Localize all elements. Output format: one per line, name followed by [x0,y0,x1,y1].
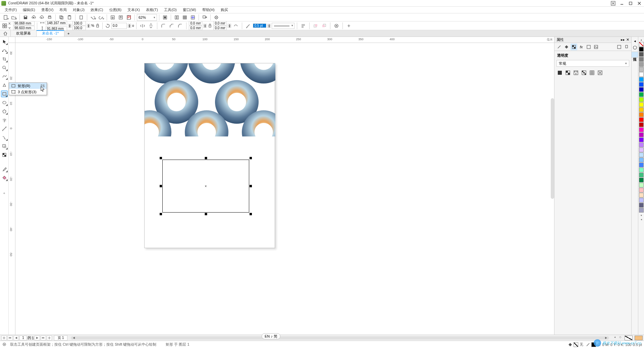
guides-button[interactable] [189,14,197,21]
handle-top-left[interactable] [160,157,162,159]
handle-top-mid[interactable] [205,157,207,159]
outline-width-input[interactable] [253,23,266,28]
add-preset-button[interactable] [345,22,353,30]
corner-scallop-button[interactable] [168,22,175,30]
palette-swatch[interactable] [639,67,644,72]
menu-tools[interactable]: 工具(O) [161,7,179,13]
corel-account-icon[interactable] [610,1,616,6]
corner-round-button[interactable] [160,22,167,30]
corner-tr-input[interactable] [213,21,227,25]
connector-tool[interactable] [1,134,8,141]
handle-bot-mid[interactable] [205,213,207,215]
trans-fountain[interactable] [565,69,571,76]
pick-tool[interactable] [1,38,8,45]
paste-button[interactable] [66,14,73,21]
welcome-tab[interactable]: 欢迎屏幕 [11,30,37,37]
palette-swatch[interactable] [639,62,644,67]
menu-bitmap[interactable]: 位图(B) [107,7,124,13]
palette-swatch[interactable] [639,122,644,127]
status-fill-indicator[interactable]: 无 [568,342,583,347]
first-page-button[interactable]: ⏮ [7,336,13,340]
palette-swatch[interactable] [639,77,644,82]
prev-page-button[interactable]: ◀ [13,336,19,340]
maximize-button[interactable] [627,1,634,6]
palette-swatch[interactable] [639,132,644,137]
handle-mid-right[interactable] [250,185,252,187]
menu-text[interactable]: 文本(X) [125,7,143,13]
smart-drawing-tool[interactable] [1,82,8,89]
palette-swatch[interactable] [639,188,644,192]
export-button[interactable] [117,14,124,21]
convert-curves-button[interactable] [333,22,340,30]
zoom-combo[interactable]: 62% [137,14,157,21]
menu-file[interactable]: 文件(F) [2,7,19,13]
handle-top-right[interactable] [250,157,252,159]
minimize-button[interactable] [619,1,625,6]
close-button[interactable] [636,1,643,6]
palette-swatch[interactable] [639,193,644,197]
menu-table[interactable]: 表格(T) [143,7,161,13]
corner-right-spinner[interactable]: ▲▼ [228,24,231,28]
to-back-button[interactable] [320,22,328,30]
crop-tool[interactable] [1,56,8,62]
menu-view[interactable]: 查看(V) [39,7,56,13]
handle-bot-right[interactable] [250,213,252,215]
menu-edit[interactable]: 编辑(E) [20,7,38,13]
docker-tab-outline[interactable] [556,44,562,50]
ime-indicator[interactable]: EN ♪ 简 [262,333,280,339]
palette-swatch[interactable] [639,158,644,162]
text-tool[interactable]: 字 [1,117,8,123]
handle-bot-left[interactable] [160,213,162,215]
relative-corner-button[interactable] [232,22,239,30]
polygon-tool[interactable] [1,108,8,115]
mirror-h-button[interactable] [139,22,146,30]
cloud-down-button[interactable] [38,14,45,21]
publish-pdf-button[interactable]: PDF [125,14,132,21]
palette-swatch[interactable] [639,198,644,202]
mirror-v-button[interactable] [147,22,155,30]
drop-shadow-tool[interactable] [1,143,8,150]
menu-object[interactable]: 对象(J) [70,7,87,13]
add-page-after-button[interactable] [47,336,52,340]
toolbox-customize-button[interactable]: + [2,190,7,196]
palette-swatch[interactable] [639,47,644,52]
outline-spinner[interactable]: ▲▼ [267,24,271,28]
docker-tab-bitmap[interactable] [593,44,599,50]
palette-swatch[interactable] [639,92,644,97]
docker-tab-summary[interactable] [585,44,592,50]
vertical-scrollbar[interactable] [551,98,554,199]
home-tab[interactable] [0,30,11,37]
trans-uniform[interactable] [556,69,563,76]
palette-swatch[interactable] [639,208,644,213]
add-page-button[interactable] [1,336,7,340]
y-input[interactable] [13,26,35,30]
docker-pin[interactable] [623,44,630,50]
palette-swatch[interactable] [639,148,644,152]
redo-button[interactable] [97,14,105,21]
rotation-input[interactable] [111,23,127,29]
palette-swatch[interactable] [639,72,644,77]
parallel-dim-tool[interactable] [1,125,8,132]
palette-flyout-button[interactable]: ◂ [639,217,644,221]
new-button[interactable] [2,14,9,21]
side-tab-collapse[interactable]: ◂ [632,38,638,44]
trans-two-color[interactable] [581,69,587,76]
corner-left-spinner[interactable]: ▲▼ [203,24,207,28]
horizontal-scrollbar[interactable]: ◀ ▶ [71,336,609,340]
to-front-button[interactable] [312,22,319,30]
corner-bl-input[interactable] [189,26,202,30]
freehand-tool[interactable] [1,73,8,80]
transparency-type-combo[interactable]: 常规 [556,60,629,67]
snap-button[interactable] [173,14,180,21]
palette-swatch[interactable] [639,163,644,167]
palette-swatch[interactable] [639,137,644,142]
palette-down-button[interactable]: ▾ [639,213,644,217]
palette-swatch[interactable] [639,127,644,132]
corner-br-input[interactable] [213,26,227,30]
menu-buy[interactable]: 购买 [218,7,231,13]
open-button[interactable] [10,14,17,21]
cloud-up-button[interactable] [30,14,37,21]
undo-button[interactable] [89,14,97,21]
add-tab-button[interactable]: + [64,30,72,37]
launch-button[interactable] [201,14,208,21]
